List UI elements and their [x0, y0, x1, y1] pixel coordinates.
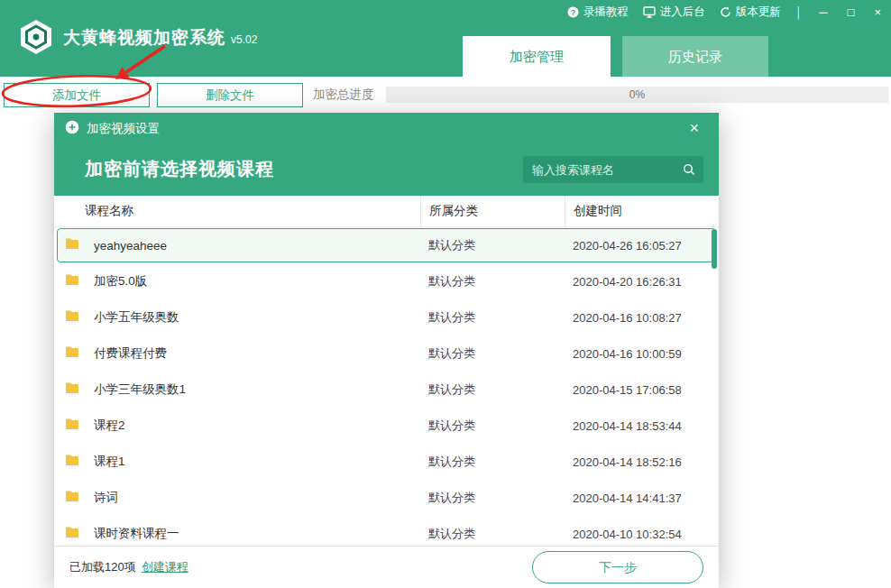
table-row[interactable]: 课程1 默认分类 2020-04-14 18:52:16 [54, 444, 719, 480]
course-category: 默认分类 [420, 526, 565, 542]
close-button[interactable]: × [871, 5, 884, 19]
column-created: 创建时间 [565, 196, 719, 226]
menu-backend[interactable]: 进入后台 [643, 5, 705, 20]
course-name: 小学五年级奥数 [94, 309, 179, 326]
modal-close-icon[interactable]: × [689, 113, 699, 144]
delete-file-button[interactable]: 删除文件 [157, 83, 303, 107]
course-name: 课程1 [94, 454, 125, 470]
course-category: 默认分类 [420, 309, 565, 326]
table-row[interactable]: 加密5.0版 默认分类 2020-04-20 16:26:31 [54, 263, 719, 299]
app-title: 大黄蜂视频加密系统v5.02 [63, 26, 257, 50]
loaded-count: 已加载120项 [69, 559, 136, 575]
app-logo-icon [18, 19, 54, 55]
course-name: 课时资料课程一 [94, 526, 179, 542]
progress-bar: 0% [386, 87, 888, 103]
course-category: 默认分类 [420, 273, 565, 289]
minimize-button[interactable]: ─ [816, 5, 830, 19]
folder-icon [65, 309, 79, 326]
app-version: v5.02 [231, 33, 257, 46]
maximize-button[interactable]: □ [845, 5, 858, 19]
table-row[interactable]: 小学三年级奥数1 默认分类 2020-04-15 17:06:58 [54, 372, 719, 408]
next-step-button[interactable]: 下一步 [532, 551, 703, 583]
course-created: 2020-04-20 16:26:31 [565, 275, 719, 289]
tab-encrypt-manage[interactable]: 加密管理 [463, 36, 611, 77]
search-box [523, 156, 703, 183]
course-created: 2020-04-15 17:06:58 [565, 383, 719, 397]
progress-label: 加密总进度 [313, 77, 374, 113]
modal-footer: 已加载120项 创建课程 下一步 [54, 546, 719, 588]
modal-subheader: 加密前请选择视频课程 [54, 144, 719, 196]
table-row[interactable]: 小学五年级奥数 默认分类 2020-04-16 10:08:27 [54, 299, 719, 335]
table-row[interactable]: 诗词 默认分类 2020-04-14 14:41:37 [54, 480, 719, 516]
course-table-body: yeahyeaheee 默认分类 2020-04-26 16:05:27 加密5… [54, 227, 719, 547]
folder-icon [65, 381, 79, 398]
top-menu: ? 录播教程 进入后台 版本更新 │ ─ □ × [567, 5, 884, 20]
window-separator: │ [795, 6, 803, 19]
column-category: 所属分类 [420, 196, 565, 226]
folder-icon [65, 454, 79, 470]
menu-update[interactable]: 版本更新 [720, 5, 781, 20]
course-name: 付费课程付费 [94, 345, 167, 362]
search-input[interactable] [523, 156, 703, 183]
folder-icon [65, 526, 79, 542]
course-created: 2020-04-10 10:32:54 [565, 528, 719, 541]
course-name: 诗词 [94, 490, 118, 506]
titlebar: 大黄蜂视频加密系统v5.02 ? 录播教程 进入后台 版本更新 │ ─ □ × … [0, 0, 891, 77]
course-created: 2020-04-14 18:53:44 [565, 419, 719, 433]
folder-icon [65, 237, 79, 253]
course-created: 2020-04-16 10:08:27 [565, 311, 719, 325]
question-icon: ? [567, 6, 579, 18]
course-category: 默认分类 [420, 454, 565, 470]
course-created: 2020-04-16 10:00:59 [565, 347, 719, 361]
table-row[interactable]: 课程2 默认分类 2020-04-14 18:53:44 [54, 408, 719, 444]
course-name: yeahyeaheee [94, 239, 167, 253]
column-course-name: 课程名称 [54, 196, 420, 226]
course-name: 课程2 [94, 418, 125, 434]
refresh-icon [720, 6, 731, 18]
modal-title: 加密视频设置 [87, 121, 160, 137]
menu-tutorial[interactable]: ? 录播教程 [567, 5, 629, 20]
scrollbar-thumb[interactable] [712, 229, 717, 269]
course-category: 默认分类 [420, 237, 565, 253]
select-course-title: 加密前请选择视频课程 [85, 157, 274, 181]
course-created: 2020-04-26 16:05:27 [565, 239, 719, 253]
monitor-icon [643, 6, 656, 18]
course-created: 2020-04-14 18:52:16 [565, 455, 719, 469]
folder-icon [65, 490, 79, 506]
course-category: 默认分类 [420, 490, 565, 506]
folder-icon [65, 345, 79, 362]
table-row[interactable]: yeahyeaheee 默认分类 2020-04-26 16:05:27 [54, 227, 719, 263]
course-name: 加密5.0版 [94, 273, 147, 289]
folder-icon [65, 418, 79, 434]
course-category: 默认分类 [420, 381, 565, 398]
svg-text:?: ? [571, 8, 576, 17]
table-row[interactable]: 付费课程付费 默认分类 2020-04-16 10:00:59 [54, 335, 719, 372]
plus-icon [65, 120, 79, 138]
tab-history[interactable]: 历史记录 [622, 36, 768, 77]
table-row[interactable]: 课时资料课程一 默认分类 2020-04-10 10:32:54 [54, 516, 719, 547]
search-icon[interactable] [683, 163, 695, 179]
toolbar: 添加文件 删除文件 加密总进度 0% [0, 77, 891, 113]
table-header: 课程名称 所属分类 创建时间 [54, 196, 719, 227]
progress-value: 0% [629, 88, 645, 101]
folder-icon [65, 273, 79, 289]
course-name: 小学三年级奥数1 [94, 381, 186, 398]
add-file-button[interactable]: 添加文件 [4, 83, 150, 107]
modal-header: 加密视频设置 × [54, 113, 719, 144]
encrypt-settings-modal: 加密视频设置 × 加密前请选择视频课程 课程名称 所属分类 创建时间 yeahy… [54, 113, 719, 588]
create-course-link[interactable]: 创建课程 [142, 559, 188, 575]
course-category: 默认分类 [420, 418, 565, 434]
course-created: 2020-04-14 14:41:37 [565, 492, 719, 505]
course-category: 默认分类 [420, 345, 565, 362]
